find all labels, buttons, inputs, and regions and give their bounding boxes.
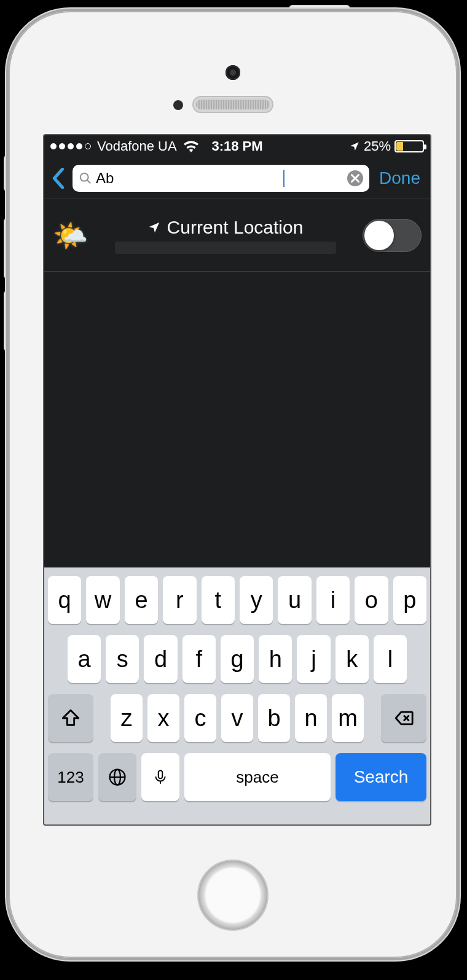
search-field[interactable] [73, 165, 369, 192]
location-services-icon [349, 141, 360, 152]
search-header: Done [44, 157, 430, 199]
key-i[interactable]: i [316, 576, 350, 624]
back-button[interactable] [50, 168, 66, 189]
key-s[interactable]: s [106, 635, 139, 683]
current-location-toggle[interactable] [363, 219, 422, 252]
toggle-knob [364, 221, 394, 250]
on-screen-keyboard: q w e r t y u i o p a s d f g h [44, 567, 430, 824]
done-button[interactable]: Done [375, 168, 424, 188]
status-bar: Vodafone UA 3:18 PM 25% [44, 135, 430, 157]
weather-icon: 🌤️ [53, 221, 88, 250]
svg-point-0 [80, 173, 88, 181]
key-d[interactable]: d [144, 635, 177, 683]
key-j[interactable]: j [297, 635, 330, 683]
key-f[interactable]: f [182, 635, 216, 683]
key-a[interactable]: a [68, 635, 101, 683]
current-location-row: 🌤️ Current Location [44, 199, 430, 272]
key-g[interactable]: g [221, 635, 254, 683]
key-t[interactable]: t [202, 576, 235, 624]
front-camera [226, 65, 240, 80]
search-input[interactable] [96, 170, 280, 187]
screen: Vodafone UA 3:18 PM 25% [43, 134, 431, 826]
signal-strength-icon [50, 143, 91, 149]
clock-label: 3:18 PM [211, 138, 262, 154]
key-l[interactable]: l [374, 635, 407, 683]
key-h[interactable]: h [259, 635, 292, 683]
key-k[interactable]: k [336, 635, 369, 683]
key-u[interactable]: u [278, 576, 311, 624]
text-cursor [283, 170, 285, 187]
svg-rect-9 [159, 770, 163, 778]
key-c[interactable]: c [184, 694, 216, 742]
current-location-label: Current Location [167, 217, 304, 238]
battery-percentage-label: 25% [364, 138, 391, 154]
globe-key[interactable] [98, 753, 136, 801]
search-icon [79, 172, 92, 185]
key-m[interactable]: m [332, 694, 364, 742]
proximity-sensor [173, 100, 183, 110]
earpiece-speaker [192, 96, 273, 113]
key-z[interactable]: z [111, 694, 143, 742]
battery-icon [394, 140, 424, 152]
key-x[interactable]: x [147, 694, 179, 742]
shift-key[interactable] [48, 694, 93, 742]
numbers-key[interactable]: 123 [48, 753, 93, 801]
backspace-key[interactable] [381, 694, 426, 742]
key-n[interactable]: n [295, 694, 327, 742]
key-e[interactable]: e [125, 576, 158, 624]
space-key[interactable]: space [184, 753, 331, 801]
carrier-label: Vodafone UA [97, 138, 177, 154]
key-o[interactable]: o [355, 576, 388, 624]
key-w[interactable]: w [86, 576, 119, 624]
location-detail-redacted [115, 242, 336, 254]
location-arrow-icon [147, 221, 161, 234]
key-q[interactable]: q [48, 576, 81, 624]
wifi-icon [183, 140, 199, 152]
key-p[interactable]: p [393, 576, 426, 624]
key-v[interactable]: v [221, 694, 253, 742]
dictation-key[interactable] [141, 753, 179, 801]
svg-line-1 [87, 180, 91, 183]
key-b[interactable]: b [258, 694, 290, 742]
key-y[interactable]: y [240, 576, 273, 624]
phone-frame: Vodafone UA 3:18 PM 25% [9, 11, 457, 958]
key-r[interactable]: r [163, 576, 196, 624]
home-button[interactable] [197, 859, 269, 931]
search-action-key[interactable]: Search [336, 753, 426, 801]
clear-text-button[interactable] [347, 170, 363, 186]
